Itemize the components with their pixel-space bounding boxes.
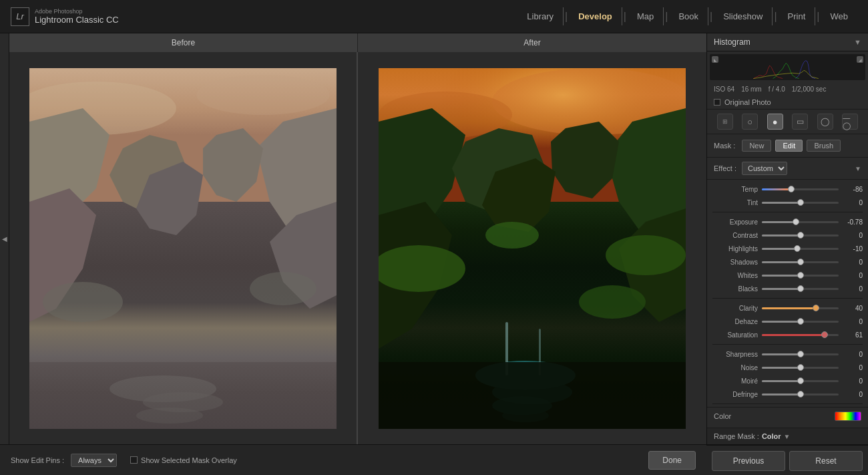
clarity-thumb[interactable] (813, 305, 819, 311)
always-select[interactable]: Always (71, 454, 117, 467)
whites-track[interactable] (762, 275, 839, 277)
noise-slider-row: Noise 0 (707, 361, 868, 374)
sharpness-value: 0 (843, 351, 863, 358)
sharpness-thumb[interactable] (797, 351, 804, 357)
shadows-thumb[interactable] (797, 259, 804, 265)
spot-removal-tool[interactable]: ○ (742, 114, 758, 130)
defringe-thumb[interactable] (797, 391, 804, 398)
saturation-fill (762, 334, 825, 336)
mask-edit-btn[interactable]: Edit (775, 140, 803, 152)
focal-length: 16 mm (741, 86, 762, 93)
histogram-title: Histogram (714, 37, 750, 47)
blacks-thumb[interactable] (797, 285, 804, 292)
histogram-meta: ISO 64 16 mm f / 4.0 1/2,000 sec (707, 83, 868, 96)
dehaze-thumb[interactable] (797, 318, 804, 325)
noise-fill (762, 367, 801, 369)
temp-thumb[interactable] (788, 186, 795, 192)
main-content: ◀ Before After (0, 33, 868, 444)
contrast-thumb[interactable] (797, 232, 804, 239)
nav-sep-1: | (564, 11, 569, 23)
after-photo-svg (379, 68, 686, 429)
mask-brush-btn[interactable]: Brush (807, 140, 841, 152)
histogram-dropdown-arrow[interactable]: ▼ (854, 38, 861, 46)
temp-value: -86 (843, 186, 863, 193)
noise-track[interactable] (762, 367, 839, 369)
done-button[interactable]: Done (648, 451, 696, 470)
logo-text: Lr (16, 11, 24, 21)
crop-tool[interactable]: ⊞ (717, 114, 733, 130)
defringe-slider-row: Defringe 0 (707, 387, 868, 401)
photo-header: Before After (9, 33, 706, 52)
whites-thumb[interactable] (797, 272, 804, 279)
noise-label: Noise (712, 364, 758, 371)
tool-icons-row: ⊞ ○ ● ▭ ◯ —◯ (707, 110, 868, 134)
slider-div-4 (712, 404, 863, 404)
nav-develop[interactable]: Develop (569, 7, 622, 25)
logo-box: Lr (11, 7, 29, 26)
nav-book[interactable]: Book (669, 7, 708, 25)
photos-area (9, 52, 706, 444)
adjustment-brush-tool[interactable]: —◯ (842, 114, 858, 130)
contrast-track[interactable] (762, 234, 839, 236)
exposure-track[interactable] (762, 221, 839, 223)
exposure-thumb[interactable] (793, 218, 799, 225)
slider-div-2 (712, 298, 863, 299)
blacks-track[interactable] (762, 288, 839, 290)
exposure-fill (762, 221, 796, 223)
highlights-track[interactable] (762, 248, 839, 250)
shadows-track[interactable] (762, 261, 839, 263)
effect-row: Effect : Custom ▼ (707, 158, 868, 180)
contrast-value: 0 (843, 232, 863, 239)
saturation-thumb[interactable] (821, 331, 828, 338)
highlights-thumb[interactable] (794, 245, 801, 252)
clarity-slider-row: Clarity 40 (707, 301, 868, 315)
radial-filter-tool[interactable]: ◯ (817, 114, 833, 130)
previous-button[interactable]: Previous (712, 451, 785, 471)
sharpness-track[interactable] (762, 353, 839, 355)
red-eye-tool[interactable]: ● (767, 114, 783, 130)
effect-select[interactable]: Custom (742, 162, 787, 175)
effect-arrow-icon: ▼ (855, 165, 861, 172)
color-swatch[interactable] (835, 412, 861, 421)
nav-slideshow[interactable]: Slideshow (714, 7, 773, 25)
saturation-track[interactable] (762, 334, 839, 336)
temp-track[interactable] (762, 188, 839, 190)
sharpness-fill (762, 353, 801, 355)
blacks-slider-row: Blacks 0 (707, 282, 868, 295)
range-mask-type: Color (762, 432, 781, 440)
noise-thumb[interactable] (797, 364, 804, 371)
temp-label: Temp (712, 186, 758, 193)
svg-point-14 (43, 282, 123, 322)
dehaze-track[interactable] (762, 321, 839, 323)
nav-library[interactable]: Library (517, 7, 564, 25)
reset-button[interactable]: Reset (789, 451, 863, 471)
tint-thumb[interactable] (797, 199, 804, 206)
clarity-track[interactable] (762, 307, 839, 309)
defringe-track[interactable] (762, 393, 839, 395)
nav-web[interactable]: Web (821, 7, 858, 25)
nav-map[interactable]: Map (628, 7, 664, 25)
tint-track[interactable] (762, 202, 839, 204)
center-area: Before After (9, 33, 706, 444)
saturation-value: 61 (843, 331, 863, 339)
shadows-slider-row: Shadows 0 (707, 255, 868, 269)
moire-track[interactable] (762, 380, 839, 382)
show-mask-checkbox[interactable] (130, 456, 138, 464)
moire-fill (762, 380, 801, 382)
histogram-clip-left: ◣ (712, 56, 718, 63)
mask-new-btn[interactable]: New (742, 140, 771, 152)
left-panel-toggle[interactable]: ◀ (0, 33, 9, 444)
before-photo-panel (9, 52, 358, 444)
moire-thumb[interactable] (797, 377, 804, 384)
right-panel: Histogram ▼ ◣ ◢ ISO 64 16 mm f / 4.0 1/2 (706, 33, 868, 444)
graduated-filter-tool[interactable]: ▭ (792, 114, 808, 130)
nav-print[interactable]: Print (779, 7, 816, 25)
range-mask-label: Range Mask : (714, 432, 759, 440)
exposure-slider-row: Exposure -0.78 (707, 215, 868, 228)
range-mask-arrow-icon[interactable]: ▼ (784, 433, 791, 440)
adobe-label: Adobe Photoshop (35, 8, 119, 15)
defringe-value: 0 (843, 391, 863, 398)
blacks-value: 0 (843, 285, 863, 293)
original-photo-checkbox[interactable] (714, 99, 720, 106)
svg-point-15 (250, 272, 316, 305)
